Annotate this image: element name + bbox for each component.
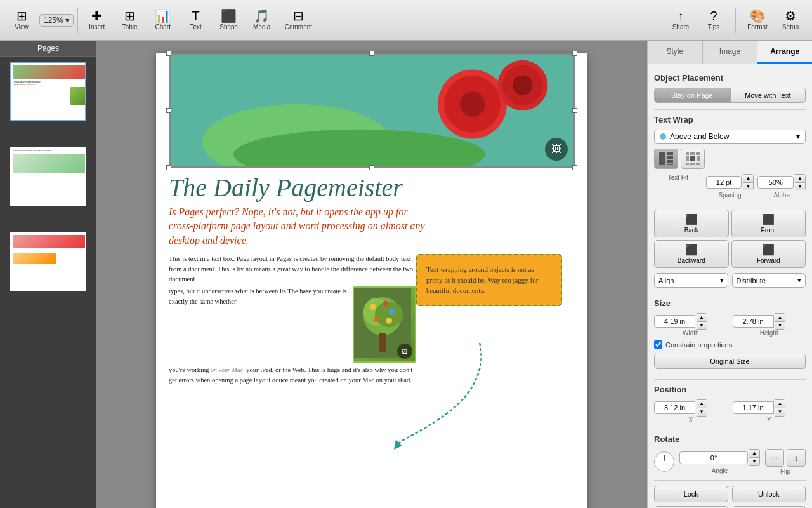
- chart-button[interactable]: 📊 Chart: [148, 7, 178, 33]
- flip-horizontal-button[interactable]: ↔: [765, 449, 784, 467]
- resize-handle-bm[interactable]: [369, 165, 374, 170]
- format-button[interactable]: 🎨 Format: [742, 7, 773, 33]
- width-down-button[interactable]: ▼: [697, 322, 707, 330]
- flip-buttons: ↔ ↕: [765, 449, 806, 467]
- svg-rect-28: [696, 152, 700, 155]
- resize-handle-br[interactable]: [572, 165, 577, 170]
- width-input[interactable]: [654, 315, 695, 328]
- wrap-icon-text-fit[interactable]: [654, 149, 678, 169]
- angle-input[interactable]: [679, 451, 748, 464]
- back-button[interactable]: ⬛ Back: [654, 210, 729, 237]
- spacing-down-button[interactable]: ▼: [743, 183, 753, 190]
- resize-handle-tl[interactable]: [166, 51, 171, 56]
- svg-marker-19: [394, 439, 402, 450]
- canvas-area[interactable]: 🖼 The Daily Pagemeister Is Pages perfect…: [96, 41, 647, 508]
- rotate-dial[interactable]: [654, 451, 674, 472]
- view-button[interactable]: ⊞ View: [6, 7, 37, 33]
- shape-button[interactable]: ⬛ Shape: [214, 7, 244, 33]
- tab-image[interactable]: Image: [703, 41, 758, 64]
- svg-point-8: [513, 76, 533, 96]
- width-up-button[interactable]: ▲: [697, 314, 707, 322]
- tips-button[interactable]: ? Tips: [698, 7, 729, 33]
- spacing-up-button[interactable]: ▲: [743, 175, 753, 183]
- wrap-icon-surround[interactable]: [681, 149, 705, 169]
- spacing-label: Spacing: [718, 192, 741, 199]
- floating-tree-image[interactable]: 🖼: [353, 286, 416, 363]
- ungroup-button[interactable]: Ungroup: [732, 506, 806, 508]
- svg-rect-33: [697, 156, 700, 161]
- front-button[interactable]: ⬛ Front: [731, 210, 806, 237]
- alpha-field: ▲ ▼ Alpha: [757, 174, 806, 199]
- table-button[interactable]: ⊞ Table: [115, 7, 145, 33]
- unlock-button[interactable]: Unlock: [732, 486, 806, 502]
- text-button[interactable]: T Text: [181, 7, 211, 33]
- view-label: View: [15, 23, 29, 30]
- text-wrap-select[interactable]: Above and Below ▾: [654, 130, 806, 144]
- move-with-text-button[interactable]: Move with Text: [730, 88, 806, 103]
- page-thumb-3[interactable]: Page three content with more text and im…: [10, 232, 86, 291]
- height-down-button[interactable]: ▼: [775, 322, 785, 330]
- constrain-label: Constrain proportions: [665, 341, 732, 349]
- spacing-input[interactable]: [706, 176, 742, 189]
- page-body-area: This is text in a text box. Page layout …: [156, 254, 587, 385]
- setup-button[interactable]: ⚙ Setup: [775, 7, 806, 33]
- x-input[interactable]: [654, 401, 695, 414]
- top-image-container[interactable]: 🖼: [169, 53, 575, 168]
- size-label: Size: [654, 298, 806, 308]
- angle-down-button[interactable]: ▼: [749, 458, 759, 465]
- share-button[interactable]: ↑ Share: [665, 7, 696, 33]
- zoom-control[interactable]: 125% ▾: [39, 14, 74, 27]
- media-button[interactable]: 🎵 Media: [247, 7, 277, 33]
- forward-button[interactable]: ⬛ Forward: [731, 240, 806, 268]
- group-button[interactable]: Group: [654, 506, 728, 508]
- constrain-checkbox[interactable]: [654, 340, 662, 349]
- text-fit-spacing-row: Text Fit ▲ ▼ Spacing: [654, 174, 806, 199]
- y-input[interactable]: [733, 401, 774, 414]
- align-select[interactable]: Align ▾: [654, 273, 728, 288]
- insert-button[interactable]: ✚ Insert: [82, 7, 112, 33]
- resize-handle-tm[interactable]: [369, 51, 374, 56]
- y-spin-btns: ▲ ▼: [775, 399, 786, 416]
- align-distribute-row: Align ▾ Distribute ▾: [654, 273, 806, 288]
- x-down-button[interactable]: ▼: [697, 408, 707, 416]
- lock-button[interactable]: Lock: [654, 486, 728, 502]
- angle-up-button[interactable]: ▲: [749, 450, 759, 458]
- backward-button[interactable]: ⬛ Backward: [654, 240, 729, 268]
- separator-2: [735, 8, 736, 33]
- x-label: X: [654, 417, 728, 424]
- body-paragraph-1: This is text in a text box. Page layout …: [169, 254, 416, 284]
- width-spin-btns: ▲ ▼: [697, 313, 707, 330]
- text-box-overlay[interactable]: Text wrapping around objects is not as p…: [416, 254, 562, 306]
- page-thumb-wrapper-2: Lorem ipsum dolor sit amet, consectetur …: [0, 142, 96, 211]
- y-input-row: ▲ ▼: [733, 399, 806, 416]
- comment-button[interactable]: ⊟ Comment: [280, 7, 317, 33]
- flip-vertical-button[interactable]: ↕: [787, 449, 806, 467]
- alpha-down-button[interactable]: ▼: [795, 183, 805, 190]
- resize-handle-mr[interactable]: [572, 108, 577, 113]
- stay-on-page-button[interactable]: Stay on Page: [654, 88, 730, 103]
- floating-text-box-area: Text wrapping around objects is not as p…: [422, 254, 575, 385]
- tab-style[interactable]: Style: [648, 41, 703, 64]
- distribute-select[interactable]: Distribute ▾: [732, 273, 806, 288]
- y-up-button[interactable]: ▲: [775, 400, 785, 408]
- alpha-input[interactable]: [757, 176, 794, 189]
- height-up-button[interactable]: ▲: [775, 314, 785, 322]
- tab-arrange[interactable]: Arrange: [757, 41, 812, 64]
- height-input[interactable]: [733, 315, 774, 328]
- original-size-button[interactable]: Original Size: [654, 354, 806, 369]
- page-thumb-2[interactable]: Lorem ipsum dolor sit amet, consectetur …: [10, 147, 86, 206]
- main-area: Pages The Daily Pagemeister Is Pages per…: [0, 41, 812, 508]
- front-icon: ⬛: [762, 213, 775, 225]
- insert-label: Insert: [89, 23, 105, 30]
- alpha-up-button[interactable]: ▲: [795, 175, 805, 183]
- resize-handle-tr[interactable]: [572, 51, 577, 56]
- resize-handle-bl[interactable]: [166, 165, 171, 170]
- svg-rect-21: [667, 152, 673, 155]
- distribute-label: Distribute: [737, 277, 766, 284]
- x-up-button[interactable]: ▲: [697, 400, 707, 408]
- lock-group-row: Lock Unlock: [654, 486, 806, 502]
- svg-point-13: [370, 304, 376, 310]
- y-down-button[interactable]: ▼: [775, 408, 785, 416]
- page-thumb-1[interactable]: The Daily Pagemeister Is Pages perfect? …: [10, 62, 86, 121]
- resize-handle-ml[interactable]: [166, 108, 171, 113]
